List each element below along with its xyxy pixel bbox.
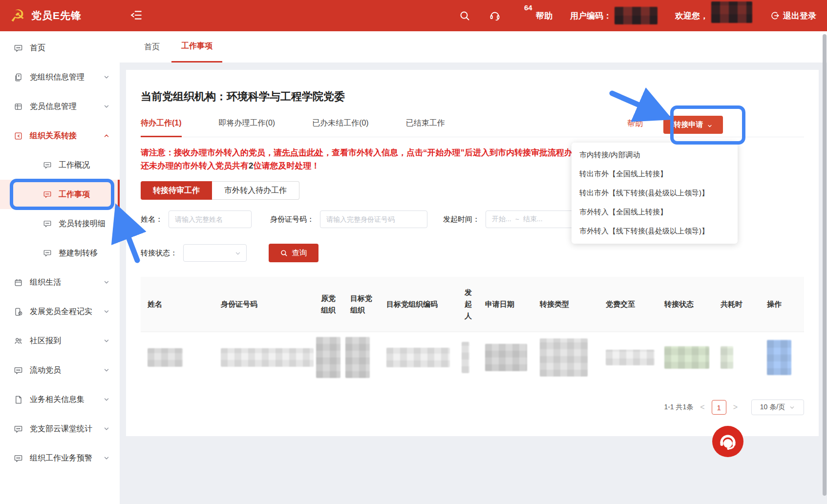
chat-bubble-icon — [43, 190, 52, 199]
page-number-button[interactable]: 1 — [712, 400, 726, 415]
customer-support-button[interactable] — [712, 426, 743, 457]
id-number-input[interactable] — [320, 210, 427, 228]
magnifier-icon — [280, 249, 288, 257]
notice-part: 请注意：接收办理市外转入的党员， — [141, 148, 274, 157]
logout-label: 退出登录 — [783, 10, 816, 21]
page-size-select[interactable]: 10 条/页 — [751, 399, 804, 415]
logout-button[interactable]: 退出登录 — [770, 10, 816, 21]
redacted-status-badge — [664, 346, 709, 369]
redacted-origin-org — [316, 337, 340, 378]
party-emblem-icon: ☭ — [8, 6, 27, 25]
col-initiator: 发起人 — [458, 277, 478, 332]
chevron-down-icon — [103, 367, 110, 374]
tab-work-items[interactable]: 工作事项 — [171, 31, 222, 63]
sidebar-item-label: 党支部云课堂统计 — [30, 424, 92, 434]
chat-bubble-icon — [43, 161, 52, 169]
vertical-scrollbar[interactable] — [823, 34, 827, 496]
date-end-placeholder: 结束... — [523, 215, 543, 224]
col-apply-date: 申请日期 — [478, 277, 533, 332]
transfer-icon — [14, 131, 23, 141]
sidebar-item-transfer-detail[interactable]: 党员转接明细 — [0, 209, 120, 238]
sidebar-item-member-development[interactable]: 发展党员全程记实 — [0, 297, 120, 326]
next-page-button[interactable]: > — [733, 403, 738, 412]
chevron-down-icon — [103, 279, 110, 286]
start-time-label: 发起时间： — [443, 215, 480, 224]
chat-bubble-icon — [14, 454, 23, 463]
chat-bubble-icon — [14, 424, 23, 434]
transfer-status-select[interactable] — [183, 244, 247, 262]
sidebar-item-work-warning[interactable]: 组织工作业务预警 — [0, 443, 120, 473]
sidebar-item-label: 发展党员全程记实 — [30, 307, 92, 317]
sidebar-item-cloud-class-stats[interactable]: 党支部云课堂统计 — [0, 414, 120, 443]
sidebar-item-label: 社区报到 — [30, 336, 61, 346]
app-title: 党员E先锋 — [31, 9, 82, 22]
dropdown-item-out-national-online[interactable]: 转出市外【全国线上转接】 — [572, 165, 738, 184]
subtab-pending-review[interactable]: 转接待审工作 — [141, 181, 212, 200]
tab-todo-work[interactable]: 待办工作(1) — [141, 116, 182, 137]
chat-bubble-icon — [43, 249, 52, 257]
sidebar-item-whole-transfer[interactable]: 整建制转移 — [0, 238, 120, 268]
sidebar-item-work-items[interactable]: 工作事项 — [0, 180, 120, 209]
tab-home[interactable]: 首页 — [134, 31, 170, 63]
redacted-initiator — [462, 342, 469, 373]
work-items-table: 姓名 身份证号码 原党组织 目标党组织 目标党组织编码 发起人 申请日期 转接类… — [141, 277, 804, 383]
sidebar-item-business-info[interactable]: 业务相关信息集 — [0, 385, 120, 414]
date-separator: ~ — [515, 215, 519, 223]
transfer-apply-button[interactable]: 转接申请 — [663, 116, 723, 134]
chevron-down-icon — [103, 103, 110, 110]
welcome: 欢迎您， — [675, 8, 752, 23]
sidebar-item-home[interactable]: 首页 — [0, 33, 120, 63]
col-target-org-code: 目标党组织编码 — [380, 277, 458, 332]
prev-page-button[interactable]: < — [700, 403, 704, 412]
sidebar: 首页 党组织信息管理 党员信息管理 组织关系转接 工作概况 — [0, 31, 120, 504]
sidebar-collapse-icon[interactable] — [130, 9, 143, 21]
search-icon[interactable] — [459, 10, 470, 21]
dropdown-item-out-offline-leader[interactable]: 转出市外【线下转接(县处级以上领导)】 — [572, 184, 738, 203]
sidebar-item-label: 组织工作业务预警 — [30, 453, 92, 463]
redacted-action-links[interactable] — [767, 340, 791, 375]
redacted-name — [148, 348, 183, 367]
logout-icon — [770, 11, 780, 21]
chevron-down-icon — [103, 396, 110, 403]
sidebar-item-label: 工作事项 — [59, 189, 90, 200]
dropdown-item-in-offline-leader[interactable]: 市外转入【线下转接(县处级以上领导)】 — [572, 222, 738, 241]
help-link[interactable]: 帮助 — [627, 119, 643, 129]
name-input[interactable] — [169, 210, 252, 228]
col-id-number: 身份证号码 — [214, 277, 314, 332]
table-row — [141, 332, 804, 383]
grid-table-icon — [14, 102, 23, 111]
sidebar-item-work-overview[interactable]: 工作概况 — [0, 150, 120, 180]
calendar-icon — [14, 278, 23, 287]
help-topbar-link[interactable]: 帮助 — [536, 10, 552, 21]
sidebar-item-org-life[interactable]: 组织生活 — [0, 268, 120, 297]
tab-finished-work[interactable]: 已结束工作 — [406, 116, 445, 137]
sidebar-item-member-info[interactable]: 党员信息管理 — [0, 92, 120, 121]
dropdown-item-in-national-online[interactable]: 市外转入【全国线上转接】 — [572, 203, 738, 222]
sidebar-item-mobile-members[interactable]: 流动党员 — [0, 356, 120, 385]
tab-open-work[interactable]: 已办未结工作(0) — [312, 116, 369, 137]
pagination-total: 1-1 共1条 — [664, 403, 693, 412]
headset-icon[interactable] — [489, 10, 501, 21]
document-check-icon — [14, 307, 23, 316]
notice-click-here-link[interactable]: 请先点击此处 — [274, 148, 323, 157]
user-code-redacted — [615, 7, 657, 24]
subtab-outside-city-todo[interactable]: 市外转入待办工作 — [212, 181, 299, 200]
work-tabs: 待办工作(1) 即将办理工作(0) 已办未结工作(0) 已结束工作 帮助 转接申… — [141, 116, 804, 137]
chevron-up-icon — [103, 132, 110, 139]
sidebar-item-label: 业务相关信息集 — [30, 395, 85, 405]
people-icon — [14, 336, 23, 346]
sidebar-item-org-info[interactable]: 党组织信息管理 — [0, 63, 120, 92]
pagination: 1-1 共1条 < 1 > 10 条/页 — [141, 399, 804, 415]
sidebar-item-community-register[interactable]: 社区报到 — [0, 326, 120, 356]
chevron-down-icon — [234, 250, 241, 257]
sidebar-item-label: 党员信息管理 — [30, 102, 77, 112]
support-headset-icon — [717, 431, 739, 452]
tab-upcoming-work[interactable]: 即将办理工作(0) — [219, 116, 276, 137]
page-tabbar: 首页 工作事项 — [120, 31, 827, 63]
dropdown-item-city-internal[interactable]: 市内转接/内部调动 — [572, 146, 738, 165]
search-button[interactable]: 查询 — [269, 244, 318, 262]
chevron-down-icon — [103, 455, 110, 462]
chevron-down-icon — [789, 404, 795, 411]
sidebar-item-org-transfer[interactable]: 组织关系转接 — [0, 121, 120, 150]
brand: ☭ 党员E先锋 — [8, 6, 82, 25]
